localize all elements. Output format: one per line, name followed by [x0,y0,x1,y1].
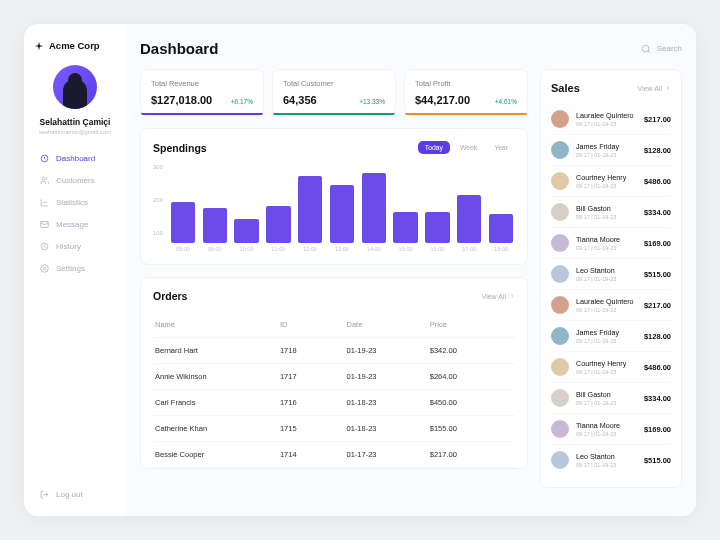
left-col: Total Revenue$127,018.00+6.17%Total Cust… [140,69,528,488]
sparkle-icon [34,41,44,51]
x-tick: 14:00 [367,246,381,252]
sale-item[interactable]: James Friday09:17 | 01-19-23$128.00 [551,321,671,352]
table-row[interactable]: Annie Wikinson171701-19-23$264.00 [153,364,515,390]
segment-year[interactable]: Year [487,141,515,154]
sale-item[interactable]: Courtney Henry09:17 | 01-19-23$486.00 [551,166,671,197]
sale-amount: $486.00 [644,177,671,186]
stat-delta: +4.61% [495,98,517,105]
time-segment: TodayWeekYear [418,141,515,154]
sale-item[interactable]: Tianna Moore09:17 | 01-19-23$169.00 [551,228,671,259]
sidebar-item-customers[interactable]: Customers [34,171,116,190]
avatar [551,265,569,283]
sale-item[interactable]: Bill Gaston09:17 | 01-19-23$334.00 [551,197,671,228]
sidebar: Acme Corp Selahattin Çamiçi seshattincam… [24,24,126,516]
sales-panel: Sales View All Lauralee Quintero09:17 | … [540,69,682,488]
svg-point-4 [43,267,45,269]
stat-card: Total Customer64,356+13.33% [272,69,396,116]
bar-col: 10:00 [233,219,261,252]
bar[interactable] [362,173,386,243]
sidebar-item-history[interactable]: History [34,237,116,256]
col-header: Date [346,320,429,329]
col-header: Name [155,320,280,329]
search-input[interactable]: Search [641,44,682,54]
sale-amount: $515.00 [644,456,671,465]
sale-date: 09:17 | 01-19-23 [576,307,637,313]
cell-price: $450.00 [430,398,513,407]
x-tick: 16:00 [430,246,444,252]
sale-item[interactable]: Lauralee Quintero09:17 | 01-19-23$217.00 [551,290,671,321]
sale-name: Courtney Henry [576,173,637,182]
bar[interactable] [489,214,513,243]
stat-delta: +6.17% [231,98,253,105]
bar[interactable] [234,219,258,243]
y-tick: 200 [153,197,163,203]
table-row[interactable]: Bessie Cooper171401-17-23$217.00 [153,442,515,468]
sale-amount: $128.00 [644,332,671,341]
segment-week[interactable]: Week [453,141,484,154]
table-row[interactable]: Bernard Hart171801-19-23$342.00 [153,338,515,364]
profile: Selahattin Çamiçi seshattincamici@gmail.… [34,65,116,135]
sale-item[interactable]: James Friday09:17 | 01-19-23$128.00 [551,135,671,166]
sidebar-item-dashboard[interactable]: Dashboard [34,149,116,168]
cell-name: Carl Francis [155,398,280,407]
bar[interactable] [393,212,417,243]
sale-item[interactable]: Lauralee Quintero09:17 | 01-19-23$217.00 [551,104,671,135]
sidebar-item-message[interactable]: Message [34,215,116,234]
spendings-chart: 300200100 08:0009:0010:0011:0012:0013:00… [153,164,515,252]
sale-date: 09:17 | 01-19-23 [576,400,637,406]
orders-view-all[interactable]: View All [482,293,515,300]
cell-id: 1715 [280,424,347,433]
sales-list: Lauralee Quintero09:17 | 01-19-23$217.00… [551,104,671,475]
bar[interactable] [266,206,290,243]
sale-amount: $515.00 [644,270,671,279]
table-row[interactable]: Carl Francis171601-18-23$450.00 [153,390,515,416]
sale-date: 09:17 | 01-19-23 [576,152,637,158]
profile-email: seshattincamici@gmail.com [39,129,111,135]
cell-name: Catherine Khan [155,424,280,433]
sale-date: 09:17 | 01-19-23 [576,462,637,468]
sale-item[interactable]: Courtney Henry09:17 | 01-19-23$486.00 [551,352,671,383]
chevron-right-icon [665,85,671,91]
x-tick: 15:00 [399,246,413,252]
avatar[interactable] [53,65,97,109]
sale-name: Lauralee Quintero [576,297,637,306]
sale-item[interactable]: Bill Gaston09:17 | 01-19-23$334.00 [551,383,671,414]
segment-today[interactable]: Today [418,141,450,154]
sale-amount: $128.00 [644,146,671,155]
avatar [551,327,569,345]
sale-date: 09:17 | 01-19-23 [576,121,637,127]
bar[interactable] [330,185,354,243]
stat-delta: +13.33% [359,98,385,105]
bar-col: 09:00 [201,208,229,252]
x-tick: 18:00 [494,246,508,252]
bar-col: 12:00 [296,176,324,252]
bar[interactable] [171,202,195,243]
table-row[interactable]: Catherine Khan171501-18-23$155.00 [153,416,515,442]
sale-item[interactable]: Leo Stanton09:17 | 01-19-23$515.00 [551,445,671,475]
sale-item[interactable]: Tianna Moore09:17 | 01-19-23$169.00 [551,414,671,445]
sale-amount: $217.00 [644,301,671,310]
sales-view-all[interactable]: View All [638,85,671,92]
logout-button[interactable]: Log out [34,485,116,504]
bar[interactable] [298,176,322,243]
sale-name: James Friday [576,142,637,151]
brand: Acme Corp [34,40,116,51]
stat-label: Total Profit [415,79,517,88]
sidebar-item-settings[interactable]: Settings [34,259,116,278]
bar[interactable] [203,208,227,243]
avatar [551,172,569,190]
sale-date: 09:17 | 01-19-23 [576,245,637,251]
logout-icon [40,490,49,499]
stat-card: Total Profit$44,217.00+4.61% [404,69,528,116]
bar[interactable] [457,195,481,243]
bar-col: 17:00 [455,195,483,252]
cell-date: 01-19-23 [346,346,429,355]
sale-date: 09:17 | 01-19-23 [576,338,637,344]
sidebar-item-statistics[interactable]: Statistics [34,193,116,212]
x-tick: 09:00 [208,246,222,252]
bar[interactable] [425,212,449,243]
bar-col: 08:00 [169,202,197,252]
avatar [551,420,569,438]
orders-table: NameIDDatePriceBernard Hart171801-19-23$… [153,312,515,468]
sale-item[interactable]: Leo Stanton09:17 | 01-19-23$515.00 [551,259,671,290]
